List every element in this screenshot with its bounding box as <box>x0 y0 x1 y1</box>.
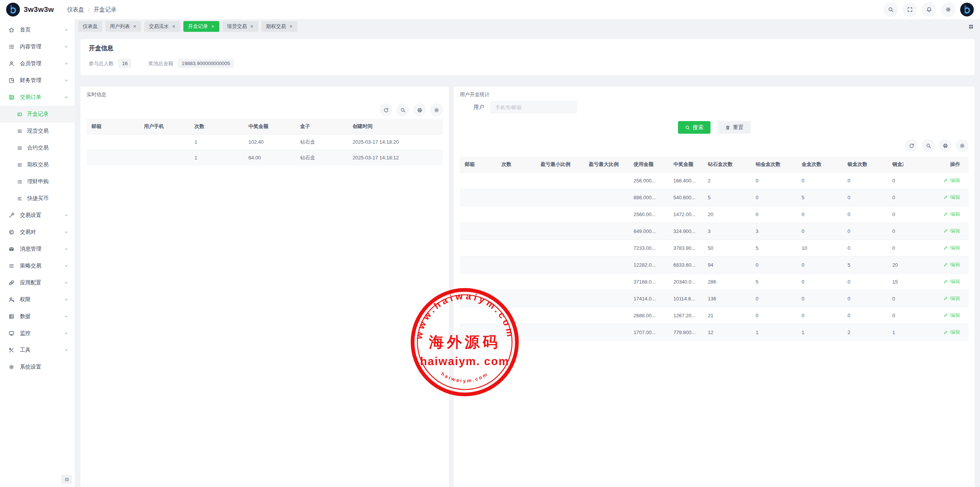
permission-icon <box>8 297 15 303</box>
sidebar-nav: 首页内容管理会员管理财务管理交易订单开盒记录现货交易合约交易期权交易理财申购快捷… <box>0 21 75 375</box>
breadcrumb-home[interactable]: 仪表盘 <box>67 6 84 13</box>
cell: 2688.00... <box>629 307 668 324</box>
edit-button[interactable]: 编辑 <box>943 211 960 218</box>
realtime-print-button[interactable] <box>413 103 426 116</box>
close-icon[interactable] <box>289 25 293 28</box>
sidebar-subitem[interactable]: 现货交易 <box>0 123 75 139</box>
cell <box>497 290 536 307</box>
sidebar-item[interactable]: 权限 <box>0 291 75 308</box>
header-actions <box>884 2 974 17</box>
sidebar-subitem[interactable]: 快捷买币 <box>0 190 75 207</box>
sidebar-item[interactable]: 工具 <box>0 342 75 359</box>
sidebar-item[interactable]: 首页 <box>0 21 75 38</box>
chevron-up-icon <box>64 95 69 100</box>
user-search-input[interactable] <box>490 101 577 113</box>
sidebar-item[interactable]: 会员管理 <box>0 55 75 72</box>
table-row: 256.000...166.400...20000编辑 <box>460 172 969 189</box>
sidebar-collapse-button[interactable] <box>61 475 72 484</box>
cell: 0 <box>843 239 887 256</box>
edit-button[interactable]: 编辑 <box>943 329 960 336</box>
sidebar-item[interactable]: 系统设置 <box>0 359 75 375</box>
header-search-button[interactable] <box>884 2 898 17</box>
sidebar-item[interactable]: 内容管理 <box>0 38 75 55</box>
sidebar-item[interactable]: 财务管理 <box>0 72 75 89</box>
realtime-refresh-button[interactable] <box>379 103 392 116</box>
realtime-columns-button[interactable] <box>430 103 443 116</box>
cell <box>536 273 584 290</box>
realtime-search-button[interactable] <box>396 103 409 116</box>
cell: 17414.0... <box>629 290 668 307</box>
sidebar-item-label: 首页 <box>20 26 31 33</box>
app-logo[interactable]: 3w3w3w <box>6 3 54 16</box>
edit-button[interactable]: 编辑 <box>943 278 960 285</box>
close-icon[interactable] <box>133 25 137 28</box>
sidebar-subitem[interactable]: 开盒记录 <box>0 106 75 123</box>
avatar[interactable] <box>960 3 974 16</box>
chevron-down-icon <box>64 314 69 319</box>
reset-button[interactable]: 重置 <box>718 121 751 134</box>
gear-icon <box>959 143 965 149</box>
stat-label: 参与总人数 <box>89 60 114 67</box>
sidebar-item-label: 会员管理 <box>20 60 41 67</box>
printer-icon <box>942 143 948 149</box>
cell: 7233.00... <box>629 239 668 256</box>
edit-button[interactable]: 编辑 <box>943 261 960 268</box>
edit-button[interactable]: 编辑 <box>943 312 960 319</box>
finance-icon <box>8 77 15 84</box>
sidebar-item[interactable]: 交易订单 <box>0 89 75 106</box>
tab-item[interactable]: 开盒记录 <box>183 21 219 32</box>
stats-refresh-button[interactable] <box>905 139 918 152</box>
realtime-panel: 实时信息 邮箱用户手机次数中奖金额盒子创建时间1102.40钻石盒2025-03… <box>80 87 449 487</box>
stats-print-button[interactable] <box>939 139 952 152</box>
edit-button[interactable]: 编辑 <box>943 228 960 234</box>
cell-actions: 编辑 <box>903 189 969 206</box>
content-icon <box>8 44 15 50</box>
tab-item[interactable]: 现货交易 <box>222 21 258 32</box>
search-icon <box>400 107 406 113</box>
header-fullscreen-button[interactable] <box>903 2 917 17</box>
sidebar-item[interactable]: 消息管理 <box>0 241 75 257</box>
edit-button-label: 编辑 <box>950 228 960 234</box>
header-notifications-button[interactable] <box>922 2 936 17</box>
fullscreen-icon <box>907 7 913 13</box>
column-header: 盈亏最大比例 <box>584 157 629 172</box>
tab-item[interactable]: 用户列表 <box>105 21 141 32</box>
edit-button[interactable]: 编辑 <box>943 295 960 302</box>
stats-search-button[interactable] <box>922 139 935 152</box>
header-settings-button[interactable] <box>941 2 956 17</box>
sidebar-item[interactable]: 交易对 <box>0 224 75 241</box>
sidebar-subitem[interactable]: 理财申购 <box>0 173 75 190</box>
sidebar-subitem[interactable]: 期权交易 <box>0 156 75 173</box>
cell: 540.600... <box>668 189 703 206</box>
stats-columns-button[interactable] <box>956 139 969 152</box>
close-icon[interactable] <box>211 25 215 28</box>
edit-button[interactable]: 编辑 <box>943 177 960 184</box>
sidebar-item[interactable]: 交易设置 <box>0 207 75 224</box>
close-icon[interactable] <box>172 25 176 28</box>
cell: 0 <box>797 172 843 189</box>
cell: 2025-03-17 14:18:20 <box>348 134 443 150</box>
tab-item[interactable]: 交易流水 <box>144 21 180 32</box>
tab-item[interactable]: 仪表盘 <box>78 21 102 32</box>
sidebar-item-label: 财务管理 <box>20 77 41 84</box>
cell-actions: 编辑 <box>903 273 969 290</box>
sidebar-item[interactable]: 监控 <box>0 325 75 342</box>
tab-item[interactable]: 期权交易 <box>261 21 297 32</box>
strategy-icon <box>8 263 15 269</box>
search-button[interactable]: 搜索 <box>678 121 710 134</box>
pencil-icon <box>943 279 948 284</box>
sidebar-item-label: 交易对 <box>20 229 36 236</box>
tab-layout-button[interactable] <box>968 24 974 30</box>
edit-button[interactable]: 编辑 <box>943 244 960 251</box>
edit-button[interactable]: 编辑 <box>943 194 960 201</box>
sidebar-subitem[interactable]: 合约交易 <box>0 139 75 156</box>
app-body: 首页内容管理会员管理财务管理交易订单开盒记录现货交易合约交易期权交易理财申购快捷… <box>0 19 980 487</box>
sidebar-item[interactable]: 策略交易 <box>0 257 75 274</box>
sidebar-item[interactable]: 数据 <box>0 308 75 325</box>
cell-actions: 编辑 <box>903 172 969 189</box>
close-icon[interactable] <box>250 25 254 28</box>
cell: 64.00 <box>243 150 295 166</box>
sidebar-submenu: 开盒记录现货交易合约交易期权交易理财申购快捷买币 <box>0 106 75 207</box>
cell: 0 <box>751 256 797 273</box>
sidebar-item[interactable]: 应用配置 <box>0 274 75 291</box>
